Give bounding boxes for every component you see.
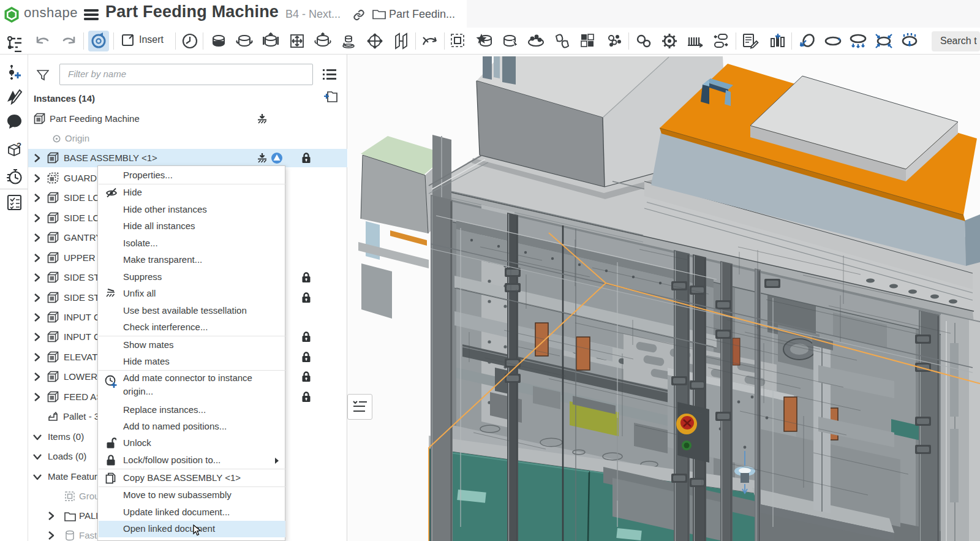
svg-text:?: ? <box>17 142 21 150</box>
